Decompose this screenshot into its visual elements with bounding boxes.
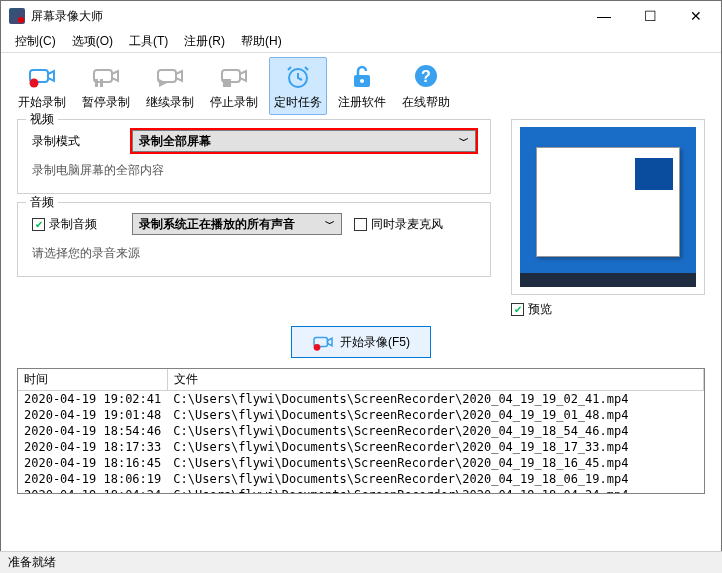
audio-groupbox: 音频 ✔ 录制音频 录制系统正在播放的所有声音 ﹀ 同时录麦克风: [17, 202, 491, 277]
camera-icon: [220, 62, 248, 90]
camera-icon: [28, 62, 56, 90]
cell-file: C:\Users\flywi\Documents\ScreenRecorder\…: [167, 455, 703, 471]
toolbar: 开始录制 暂停录制 继续录制 停止录制 定时任务 注册软件 ? 在线帮助: [1, 53, 721, 119]
close-button[interactable]: ✕: [673, 1, 719, 31]
register-button[interactable]: 注册软件: [333, 57, 391, 115]
menubar: 控制(C) 选项(O) 工具(T) 注册(R) 帮助(H): [1, 31, 721, 53]
camera-icon: [92, 62, 120, 90]
record-mode-combo[interactable]: 录制全部屏幕 ﹀: [132, 130, 476, 152]
camera-icon: [156, 62, 184, 90]
help-online-button[interactable]: ? 在线帮助: [397, 57, 455, 115]
minimize-button[interactable]: —: [581, 1, 627, 31]
app-icon: [9, 8, 25, 24]
col-time[interactable]: 时间: [18, 369, 167, 391]
recordings-table[interactable]: 时间 文件 2020-04-19 19:02:41C:\Users\flywi\…: [17, 368, 705, 494]
toolbar-label: 注册软件: [338, 94, 386, 111]
clock-icon: [284, 62, 312, 90]
toolbar-label: 暂停录制: [82, 94, 130, 111]
statusbar: 准备就绪: [0, 551, 722, 573]
toolbar-label: 开始录制: [18, 94, 66, 111]
chevron-down-icon: ﹀: [325, 217, 335, 231]
toolbar-label: 定时任务: [274, 94, 322, 111]
table-row[interactable]: 2020-04-19 18:16:45C:\Users\flywi\Docume…: [18, 455, 704, 471]
cell-file: C:\Users\flywi\Documents\ScreenRecorder\…: [167, 471, 703, 487]
also-mic-checkbox[interactable]: 同时录麦克风: [354, 216, 443, 233]
cell-time: 2020-04-19 19:01:48: [18, 407, 167, 423]
table-row[interactable]: 2020-04-19 18:54:46C:\Users\flywi\Docume…: [18, 423, 704, 439]
table-row[interactable]: 2020-04-19 18:06:19C:\Users\flywi\Docume…: [18, 471, 704, 487]
cell-time: 2020-04-19 18:04:24: [18, 487, 167, 494]
cell-file: C:\Users\flywi\Documents\ScreenRecorder\…: [167, 391, 703, 408]
button-label: 开始录像(F5): [340, 334, 410, 351]
checkbox-label: 同时录麦克风: [371, 216, 443, 233]
menu-control[interactable]: 控制(C): [7, 31, 64, 52]
chevron-down-icon: ﹀: [459, 134, 469, 148]
table-row[interactable]: 2020-04-19 18:04:24C:\Users\flywi\Docume…: [18, 487, 704, 494]
col-file[interactable]: 文件: [167, 369, 703, 391]
help-icon: ?: [412, 62, 440, 90]
svg-point-10: [360, 79, 364, 83]
lock-icon: [348, 62, 376, 90]
checkbox-label: 预览: [528, 301, 552, 318]
audio-hint: 请选择您的录音来源: [32, 245, 476, 262]
checkbox-icon: [354, 218, 367, 231]
cell-file: C:\Users\flywi\Documents\ScreenRecorder\…: [167, 423, 703, 439]
checkbox-label: 录制音频: [49, 216, 97, 233]
cell-file: C:\Users\flywi\Documents\ScreenRecorder\…: [167, 407, 703, 423]
video-hint: 录制电脑屏幕的全部内容: [32, 162, 476, 179]
status-text: 准备就绪: [8, 554, 56, 571]
record-audio-checkbox[interactable]: ✔ 录制音频: [32, 216, 132, 233]
svg-point-1: [30, 78, 39, 87]
start-record-button[interactable]: 开始录制: [13, 57, 71, 115]
cell-file: C:\Users\flywi\Documents\ScreenRecorder\…: [167, 487, 703, 494]
preview-image: [520, 127, 696, 287]
checkbox-icon: ✔: [32, 218, 45, 231]
svg-text:?: ?: [421, 68, 431, 85]
toolbar-label: 在线帮助: [402, 94, 450, 111]
cell-time: 2020-04-19 18:17:33: [18, 439, 167, 455]
combo-value: 录制全部屏幕: [139, 133, 211, 150]
cell-time: 2020-04-19 18:06:19: [18, 471, 167, 487]
svg-rect-4: [100, 79, 103, 87]
audio-source-combo[interactable]: 录制系统正在播放的所有声音 ﹀: [132, 213, 342, 235]
combo-value: 录制系统正在播放的所有声音: [139, 216, 295, 233]
resume-record-button[interactable]: 继续录制: [141, 57, 199, 115]
table-row[interactable]: 2020-04-19 18:17:33C:\Users\flywi\Docume…: [18, 439, 704, 455]
menu-register[interactable]: 注册(R): [176, 31, 233, 52]
svg-point-14: [314, 344, 321, 351]
preview-checkbox[interactable]: ✔ 预览: [511, 301, 705, 318]
menu-help[interactable]: 帮助(H): [233, 31, 290, 52]
svg-rect-3: [95, 79, 98, 87]
camera-icon: [312, 333, 334, 351]
table-row[interactable]: 2020-04-19 19:02:41C:\Users\flywi\Docume…: [18, 391, 704, 408]
cell-time: 2020-04-19 19:02:41: [18, 391, 167, 408]
cell-time: 2020-04-19 18:16:45: [18, 455, 167, 471]
svg-rect-7: [223, 79, 231, 87]
checkbox-icon: ✔: [511, 303, 524, 316]
mode-label: 录制模式: [32, 133, 132, 150]
stop-record-button[interactable]: 停止录制: [205, 57, 263, 115]
maximize-button[interactable]: ☐: [627, 1, 673, 31]
window-title: 屏幕录像大师: [31, 8, 581, 25]
table-row[interactable]: 2020-04-19 19:01:48C:\Users\flywi\Docume…: [18, 407, 704, 423]
cell-file: C:\Users\flywi\Documents\ScreenRecorder\…: [167, 439, 703, 455]
toolbar-label: 继续录制: [146, 94, 194, 111]
audio-legend: 音频: [26, 194, 58, 211]
menu-options[interactable]: 选项(O): [64, 31, 121, 52]
preview-box: [511, 119, 705, 295]
menu-tools[interactable]: 工具(T): [121, 31, 176, 52]
pause-record-button[interactable]: 暂停录制: [77, 57, 135, 115]
titlebar: 屏幕录像大师 — ☐ ✕: [1, 1, 721, 31]
video-legend: 视频: [26, 111, 58, 128]
timer-task-button[interactable]: 定时任务: [269, 57, 327, 115]
start-recording-button[interactable]: 开始录像(F5): [291, 326, 431, 358]
video-groupbox: 视频 录制模式 录制全部屏幕 ﹀ 录制电脑屏幕的全部内容: [17, 119, 491, 194]
cell-time: 2020-04-19 18:54:46: [18, 423, 167, 439]
toolbar-label: 停止录制: [210, 94, 258, 111]
